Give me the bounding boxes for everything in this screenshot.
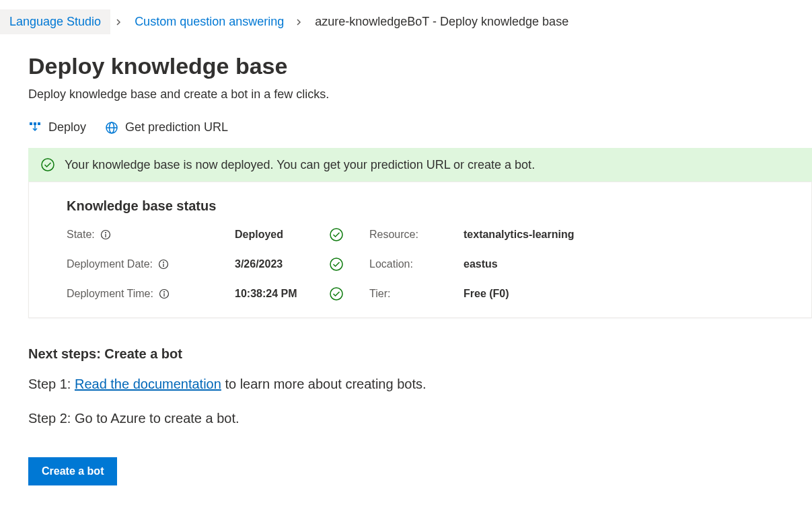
step-2: Step 2: Go to Azure to create a bot. — [28, 411, 812, 426]
state-label: State: — [67, 229, 235, 241]
svg-rect-10 — [105, 234, 106, 237]
svg-rect-1 — [34, 122, 36, 125]
svg-point-13 — [163, 262, 164, 263]
checkmark-circle-icon — [329, 227, 369, 242]
toolbar: Deploy Get prediction URL — [0, 120, 812, 148]
globe-icon — [105, 121, 118, 134]
svg-point-15 — [330, 258, 342, 270]
get-prediction-url-label: Get prediction URL — [125, 120, 228, 134]
breadcrumb-custom-qa[interactable]: Custom question answering — [128, 15, 291, 29]
tier-label: Tier: — [369, 288, 464, 300]
create-a-bot-button[interactable]: Create a bot — [28, 457, 117, 485]
location-label: Location: — [369, 258, 464, 270]
breadcrumb-current: azure-knowledgeBoT - Deploy knowledge ba… — [308, 15, 575, 29]
get-prediction-url-button[interactable]: Get prediction URL — [105, 120, 228, 134]
svg-point-9 — [105, 232, 106, 233]
status-card: Knowledge base status State: Deployed Re… — [28, 182, 812, 318]
svg-point-11 — [330, 229, 342, 241]
info-icon[interactable] — [159, 288, 170, 299]
banner-message: Your knowledge base is now deployed. You… — [65, 158, 535, 172]
resource-label: Resource: — [369, 229, 464, 241]
tier-value: Free (F0) — [464, 288, 665, 300]
svg-point-19 — [330, 288, 342, 300]
success-banner: Your knowledge base is now deployed. You… — [28, 148, 812, 182]
svg-rect-0 — [30, 122, 32, 125]
svg-point-17 — [163, 291, 165, 292]
state-value: Deployed — [235, 229, 329, 241]
info-icon[interactable] — [100, 229, 111, 240]
deploy-icon — [28, 121, 42, 134]
chevron-right-icon — [116, 19, 122, 26]
deployment-date-label: Deployment Date: — [67, 258, 235, 270]
svg-rect-14 — [163, 264, 163, 267]
deployment-date-value: 3/26/2023 — [235, 258, 329, 270]
breadcrumb: Language Studio Custom question answerin… — [0, 0, 812, 44]
page-title: Deploy knowledge base — [28, 53, 812, 79]
read-documentation-link[interactable]: Read the documentation — [75, 377, 221, 391]
checkmark-circle-icon — [329, 257, 369, 272]
deploy-button[interactable]: Deploy — [28, 120, 86, 134]
deployment-time-label: Deployment Time: — [67, 288, 235, 300]
breadcrumb-language-studio[interactable]: Language Studio — [0, 9, 110, 34]
next-steps-heading: Next steps: Create a bot — [28, 346, 812, 362]
svg-rect-18 — [163, 293, 164, 297]
chevron-right-icon — [296, 19, 303, 26]
page-subtitle: Deploy knowledge base and create a bot i… — [28, 87, 812, 102]
next-steps-section: Next steps: Create a bot Step 1: Read th… — [0, 318, 812, 426]
deployment-time-value: 10:38:24 PM — [235, 288, 329, 300]
deploy-button-label: Deploy — [48, 120, 86, 134]
location-value: eastus — [464, 258, 665, 270]
step-1: Step 1: Read the documentation to learn … — [28, 377, 812, 392]
svg-rect-2 — [38, 122, 40, 125]
resource-value: textanalytics-learning — [464, 229, 665, 241]
checkmark-circle-icon — [329, 286, 369, 301]
info-icon[interactable] — [158, 259, 169, 270]
checkmark-circle-icon — [40, 157, 55, 172]
svg-point-7 — [42, 159, 54, 171]
status-heading: Knowledge base status — [67, 198, 774, 214]
